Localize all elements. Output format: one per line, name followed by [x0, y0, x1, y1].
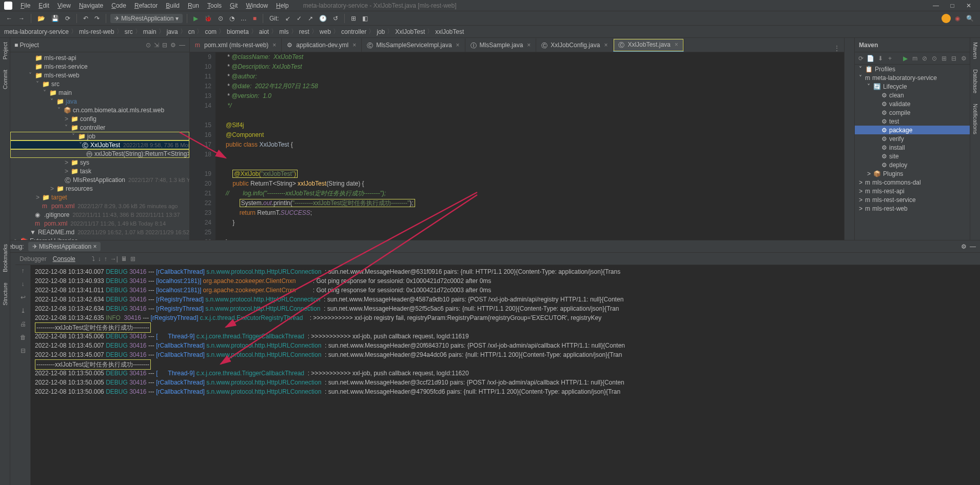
git-history-button[interactable]: 🕐	[317, 14, 329, 23]
maven-add-icon[interactable]: +	[886, 55, 894, 62]
tree-node-MlsRestApplication[interactable]: ⒸMlsRestApplication2022/12/7 7:48, 1.3 k…	[10, 175, 189, 184]
maximize-button[interactable]: □	[945, 2, 959, 9]
tool-bookmarks[interactable]: Bookmarks	[2, 242, 8, 274]
maven-toggle-offline-icon[interactable]: ⊘	[921, 55, 929, 62]
tree-node-resources[interactable]: >📁resources	[10, 184, 189, 193]
maven-generate-icon[interactable]: 📄	[867, 55, 874, 62]
menu-file[interactable]: File	[16, 2, 34, 9]
select-opened-icon[interactable]: ⊙	[146, 42, 151, 49]
maven-node-verify[interactable]: ⚙verify	[855, 134, 970, 143]
step-over-icon[interactable]: ⤵	[92, 255, 95, 262]
coverage-button[interactable]: ⊙	[216, 14, 225, 23]
run-button[interactable]: ▶	[191, 14, 200, 23]
git-rollback-button[interactable]: ↺	[331, 14, 340, 23]
minimize-button[interactable]: —	[929, 2, 943, 9]
menu-run[interactable]: Run	[184, 2, 203, 9]
avatar-icon[interactable]	[942, 14, 951, 23]
tab-MlsSample.java[interactable]: ⒾMlsSample.java×	[465, 38, 537, 52]
crumb-meta-laboratory-service[interactable]: meta-laboratory-service	[4, 28, 69, 35]
save-button[interactable]: 💾	[49, 14, 61, 23]
crumb-xxlJobTest[interactable]: xxlJobTest	[435, 28, 464, 35]
menu-view[interactable]: View	[53, 2, 75, 9]
tool-database[interactable]: Database	[972, 67, 978, 95]
tab-debugger[interactable]: Debugger	[19, 255, 47, 262]
tree-node-sys[interactable]: >📁sys	[10, 158, 189, 167]
soft-wrap-icon[interactable]: ↩	[21, 294, 26, 304]
back-button[interactable]: ←	[4, 14, 14, 23]
tab-MlsSampleServiceImpl.java[interactable]: ⒸMlsSampleServiceImpl.java×	[362, 38, 465, 52]
maven-execute-icon[interactable]: m	[911, 55, 919, 62]
forward-button[interactable]: →	[16, 14, 27, 23]
clear-icon[interactable]: 🗑	[20, 334, 26, 344]
tree-node-mls-rest-web[interactable]: ˅📁mls-rest-web	[10, 71, 189, 79]
print-icon[interactable]: 🖨	[20, 320, 26, 331]
crumb-cn[interactable]: cn	[188, 28, 195, 35]
tool-structure[interactable]: Structure	[2, 280, 8, 308]
expand-all-icon[interactable]: ⇲	[154, 42, 159, 49]
tree-node-config[interactable]: >📁config	[10, 114, 189, 123]
tab-console[interactable]: Console	[53, 255, 75, 262]
menu-tools[interactable]: Tools	[203, 2, 226, 9]
tool-commit[interactable]: Commit	[2, 68, 8, 91]
tree-node-task[interactable]: >📁task	[10, 167, 189, 175]
maven-node-clean[interactable]: ⚙clean	[855, 91, 970, 99]
tree-node-java[interactable]: ˅📁java	[10, 97, 189, 106]
crumb-job[interactable]: job	[377, 28, 385, 35]
menu-navigate[interactable]: Navigate	[75, 2, 107, 9]
run-to-cursor-icon[interactable]: →|	[110, 255, 118, 262]
evaluate-icon[interactable]: 🖩	[121, 255, 127, 262]
maven-tree[interactable]: ˅📋Profiles˅mmeta-laboratory-service˅🔄Lif…	[855, 65, 970, 240]
tree-node-mls-rest-service[interactable]: 📁mls-rest-service	[10, 62, 189, 71]
maven-show-deps-icon[interactable]: ⊞	[940, 55, 948, 62]
git-commit-button[interactable]: ✓	[295, 14, 304, 23]
maven-node-validate[interactable]: ⚙validate	[855, 99, 970, 108]
crumb-biometa[interactable]: biometa	[227, 28, 249, 35]
step-out-icon[interactable]: ↑	[104, 255, 107, 262]
maven-node-install[interactable]: ⚙install	[855, 143, 970, 152]
maven-node-test[interactable]: ⚙test	[855, 117, 970, 126]
stop-button[interactable]: ■	[251, 14, 259, 23]
maven-node-package[interactable]: ⚙package	[855, 126, 970, 134]
tree-node-.gitignore[interactable]: ◉.gitignore2022/11/11 11:43, 386 B 2022/…	[10, 210, 189, 219]
tree-node-controller[interactable]: ˅📁controller	[10, 123, 189, 132]
menu-code[interactable]: Code	[107, 2, 130, 9]
crumb-src[interactable]: src	[125, 28, 133, 35]
collapse-all-icon[interactable]: ⊟	[162, 42, 167, 49]
scroll-up-icon[interactable]: ↑	[22, 267, 25, 277]
crumb-rest[interactable]: rest	[299, 28, 309, 35]
tree-node-mls-rest-api[interactable]: 📁mls-rest-api	[10, 53, 189, 62]
git-update-button[interactable]: ↙	[283, 14, 292, 23]
tab-XxlJobConfig.java[interactable]: ⒸXxlJobConfig.java×	[536, 38, 613, 52]
maven-node-meta-laboratory-service[interactable]: ˅mmeta-laboratory-service	[855, 73, 970, 82]
menu-help[interactable]: Help	[272, 2, 293, 9]
debug-app-badge[interactable]: ✈ MlsRestApplication ×	[28, 242, 101, 251]
sync-button[interactable]: ⟳	[63, 14, 72, 23]
maven-node-mls-rest-api[interactable]: >mmls-rest-api	[855, 187, 970, 195]
maven-download-icon[interactable]: ⬇	[876, 55, 884, 62]
search-button[interactable]: 🔍	[964, 14, 976, 23]
tree-node-XxlJobTest[interactable]: ˅ⒸXxlJobTest2022/12/8 9:58, 736 B Moment…	[10, 140, 189, 149]
project-tree[interactable]: 📁mls-rest-api📁mls-rest-service˅📁mls-rest…	[10, 52, 189, 240]
tool-maven[interactable]: Maven	[972, 40, 978, 61]
panel-settings-icon[interactable]: ⚙	[170, 42, 176, 49]
maven-node-site[interactable]: ⚙site	[855, 152, 970, 160]
tree-node-main[interactable]: ˅📁main	[10, 88, 189, 97]
crumb-controller[interactable]: controller	[341, 28, 366, 35]
console-output[interactable]: 2022-12-08 10:13:40.007 DEBUG 30416 --- …	[31, 265, 980, 485]
tab-application-dev.yml[interactable]: ⚙application-dev.yml×	[282, 38, 362, 52]
tabs-more-icon[interactable]: ⋮	[830, 45, 844, 52]
crumb-java[interactable]: java	[167, 28, 178, 35]
menu-edit[interactable]: Edit	[34, 2, 53, 9]
tree-node-cn.com.biometa.aiot.mls.rest.web[interactable]: ˅📦cn.com.biometa.aiot.mls.rest.web	[10, 106, 189, 114]
debug-hide-icon[interactable]: —	[970, 243, 976, 250]
menu-build[interactable]: Build	[162, 2, 184, 9]
tool-notifications[interactable]: Notifications	[972, 102, 978, 136]
crumb-main[interactable]: main	[143, 28, 156, 35]
run-config-dropdown[interactable]: ✈ MlsRestApplication ▾	[110, 14, 183, 23]
tool-project[interactable]: Project	[2, 40, 8, 62]
maven-node-mls-rest-web[interactable]: >mmls-rest-web	[855, 204, 970, 213]
crumb-XxlJobTest[interactable]: XxlJobTest	[395, 28, 425, 35]
maven-node-Plugins[interactable]: >📦Plugins	[855, 169, 970, 178]
scroll-down-icon[interactable]: ↓	[22, 280, 25, 291]
debug-button[interactable]: 🐞	[202, 14, 214, 23]
